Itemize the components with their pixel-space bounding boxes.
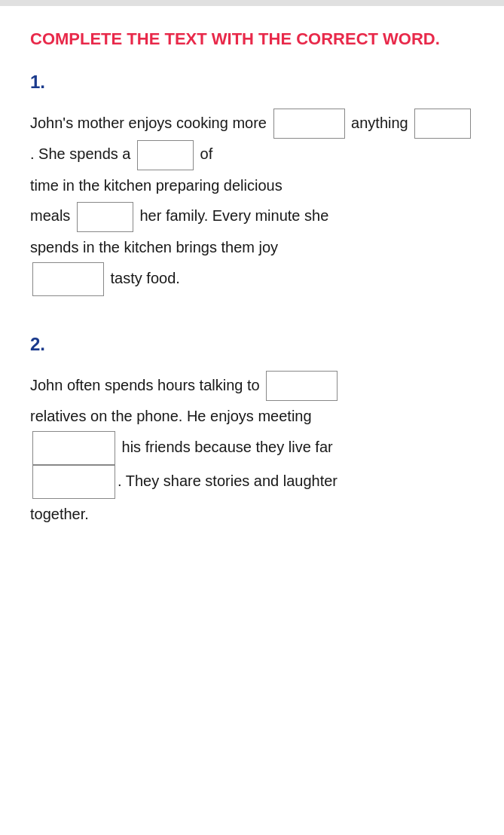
q2-input-2[interactable] <box>32 431 115 465</box>
q1-input-4[interactable] <box>77 202 133 232</box>
q2-text-2: relatives on the phone. He enjoys meetin… <box>30 408 312 424</box>
q2-text-1: John often spends hours talking to <box>30 377 264 393</box>
q1-text-4: of <box>196 145 212 162</box>
q2-text-5: together. <box>30 506 89 522</box>
question-1-block: 1. John's mother enjoys cooking more any… <box>30 72 474 296</box>
page-container: COMPLETE THE TEXT WITH THE CORRECT WORD.… <box>0 0 504 835</box>
section-title: COMPLETE THE TEXT WITH THE CORRECT WORD. <box>30 29 474 50</box>
q1-text-8: spends in the kitchen brings them joy <box>30 239 278 255</box>
question-1-text: John's mother enjoys cooking more anythi… <box>30 108 474 296</box>
top-bar <box>0 0 504 6</box>
q1-text-3: . She spends a <box>30 145 135 162</box>
q1-text-5: time in the kitchen preparing delicious <box>30 177 283 194</box>
q1-text-7: her family. Every minute she <box>136 207 328 224</box>
question-1-number: 1. <box>30 72 474 93</box>
q1-text-2: anything <box>351 115 412 131</box>
q1-input-5[interactable] <box>32 262 104 296</box>
q1-text-6: meals <box>30 207 75 224</box>
question-2-text: John often spends hours talking to relat… <box>30 370 474 530</box>
question-2-number: 2. <box>30 334 474 355</box>
q1-input-2[interactable] <box>414 109 471 139</box>
q2-input-1[interactable] <box>266 371 338 401</box>
question-2-block: 2. John often spends hours talking to re… <box>30 334 474 530</box>
q1-text-9: tasty food. <box>106 270 180 286</box>
q2-text-4: . They share stories and laughter <box>118 473 338 489</box>
q1-input-1[interactable] <box>273 109 345 139</box>
q2-text-3: his friends because they live far <box>118 439 333 455</box>
q2-input-3[interactable] <box>32 465 115 499</box>
q1-input-3[interactable] <box>137 140 194 170</box>
q1-text-1: John's mother enjoys cooking more <box>30 115 271 131</box>
